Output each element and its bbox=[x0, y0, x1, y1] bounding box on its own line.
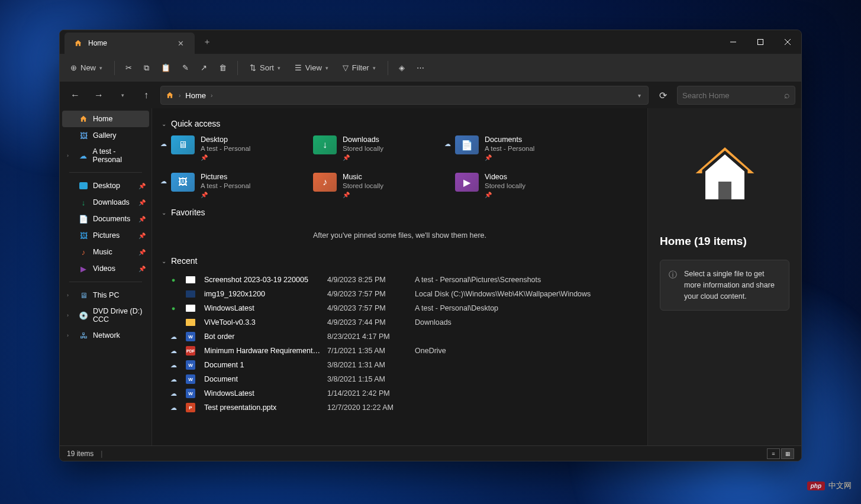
sidebar-item-gallery[interactable]: 🖼Gallery bbox=[60, 127, 151, 144]
tab-close-button[interactable]: ✕ bbox=[174, 37, 188, 50]
chevron-down-icon: ▾ bbox=[325, 65, 328, 71]
sidebar-item-network[interactable]: ›🖧Network bbox=[60, 327, 151, 344]
search-input[interactable] bbox=[682, 91, 784, 100]
recent-file-row[interactable]: ☁PDFMinimum Hardware Requirements fo...7… bbox=[162, 344, 638, 358]
view-icons-button[interactable]: ▦ bbox=[781, 448, 794, 459]
sidebar-item-documents[interactable]: 📄Documents📌 bbox=[60, 211, 151, 227]
file-date: 8/23/2021 4:17 PM bbox=[327, 332, 410, 341]
item-location: A test - Personal bbox=[201, 182, 250, 189]
share-button[interactable]: ↗ bbox=[196, 60, 212, 76]
paste-button[interactable]: 📋 bbox=[156, 60, 175, 76]
sidebar-item-this-pc[interactable]: ›🖥This PC bbox=[60, 287, 151, 303]
sidebar-item-home[interactable]: Home bbox=[62, 111, 149, 127]
view-button[interactable]: ☰ View ▾ bbox=[289, 60, 334, 76]
music-icon: ♪ bbox=[79, 247, 88, 257]
new-tab-button[interactable]: ＋ bbox=[195, 37, 220, 47]
minimize-button[interactable] bbox=[720, 30, 747, 54]
back-button[interactable]: ← bbox=[66, 86, 85, 105]
extra1-button[interactable]: ◈ bbox=[394, 60, 409, 76]
recent-file-row[interactable]: ☁PTest presentation.pptx12/7/2020 12:22 … bbox=[162, 400, 638, 415]
file-explorer-window: Home ✕ ＋ ⊕ New ▾ ✂ ⧉ 📋 ✎ ↗ 🗑 ⇅ Sort ▾ ☰ bbox=[59, 30, 802, 461]
recent-file-row[interactable]: ●WindowsLatest4/9/2023 7:57 PMA test - P… bbox=[162, 301, 638, 315]
sidebar-item-dvd-drive-d-ccc[interactable]: ›💿DVD Drive (D:) CCC bbox=[60, 303, 151, 327]
filter-button[interactable]: ▽ Filter ▾ bbox=[337, 60, 382, 76]
downloads-icon: ↓ bbox=[79, 198, 88, 207]
sidebar-item-downloads[interactable]: ↓Downloads📌 bbox=[60, 194, 151, 211]
address-dropdown[interactable]: ▾ bbox=[636, 90, 643, 101]
address-bar[interactable]: › Home › ▾ bbox=[160, 86, 649, 105]
file-name: ViVeTool-v0.3.3 bbox=[204, 318, 323, 327]
breadcrumb-separator: › bbox=[211, 92, 212, 99]
search-box[interactable]: ⌕ bbox=[677, 86, 795, 105]
trash-icon: 🗑 bbox=[219, 63, 227, 72]
pin-icon: 📌 bbox=[485, 192, 525, 198]
recent-file-row[interactable]: ☁WDocument3/8/2021 1:15 AM bbox=[162, 372, 638, 386]
sidebar-item-a-test-personal[interactable]: ›☁A test - Personal bbox=[60, 144, 151, 167]
section-title: Recent bbox=[171, 256, 197, 266]
quick-access-documents[interactable]: ☁📄DocumentsA test - Personal📌 bbox=[455, 135, 585, 161]
file-date: 3/8/2021 1:31 AM bbox=[327, 361, 410, 369]
cut-button[interactable]: ✂ bbox=[121, 60, 137, 76]
copy-button[interactable]: ⧉ bbox=[139, 60, 154, 76]
file-name: Minimum Hardware Requirements fo... bbox=[204, 347, 323, 355]
delete-button[interactable]: 🗑 bbox=[214, 60, 231, 76]
section-favorites[interactable]: ⌄ Favorites bbox=[162, 208, 638, 217]
sidebar-item-label: Network bbox=[93, 331, 120, 340]
section-recent[interactable]: ⌄ Recent bbox=[162, 256, 638, 266]
file-name: WindowsLatest bbox=[204, 304, 323, 312]
file-path: A test - Personal\Pictures\Screenshots bbox=[415, 276, 638, 284]
file-icon: P bbox=[185, 403, 196, 412]
recent-file-row[interactable]: ☁WDocument 13/8/2021 1:31 AM bbox=[162, 358, 638, 372]
quick-access-videos[interactable]: ▶VideosStored locally📌 bbox=[455, 173, 585, 198]
sidebar-item-pictures[interactable]: 🖼Pictures📌 bbox=[60, 227, 151, 244]
desktop-icon bbox=[79, 181, 88, 190]
file-icon: PDF bbox=[185, 346, 196, 356]
filter-icon: ▽ bbox=[343, 63, 349, 72]
quick-access-music[interactable]: ♪MusicStored locally📌 bbox=[313, 173, 443, 198]
recent-file-row[interactable]: ☁WBot order8/23/2021 4:17 PM bbox=[162, 329, 638, 344]
pin-icon: 📌 bbox=[343, 154, 383, 161]
info-icon: ⓘ bbox=[669, 269, 677, 302]
sort-button[interactable]: ⇅ Sort ▾ bbox=[244, 60, 286, 76]
send-icon: ◈ bbox=[399, 63, 405, 72]
pin-icon: 📌 bbox=[138, 266, 146, 272]
sidebar-item-desktop[interactable]: Desktop📌 bbox=[60, 177, 151, 194]
item-name: Music bbox=[343, 173, 383, 181]
rename-button[interactable]: ✎ bbox=[178, 60, 194, 76]
view-details-button[interactable]: ≡ bbox=[767, 448, 780, 459]
quick-access-downloads[interactable]: ↓DownloadsStored locally📌 bbox=[313, 135, 443, 161]
details-pane: Home (19 items) ⓘ Select a single file t… bbox=[647, 108, 801, 445]
refresh-button[interactable]: ⟳ bbox=[653, 86, 672, 105]
pin-icon: 📌 bbox=[485, 154, 534, 161]
new-button[interactable]: ⊕ New ▾ bbox=[65, 60, 108, 76]
recent-file-row[interactable]: ☁WWindowsLatest1/14/2021 2:42 PM bbox=[162, 386, 638, 400]
recent-file-row[interactable]: img19_1920x12004/9/2023 7:57 PMLocal Dis… bbox=[162, 287, 638, 301]
forward-button[interactable]: → bbox=[89, 86, 108, 105]
quick-access-desktop[interactable]: ☁🖥DesktopA test - Personal📌 bbox=[171, 135, 301, 161]
file-date: 4/9/2023 7:57 PM bbox=[327, 290, 410, 298]
quick-access-pictures[interactable]: ☁🖼PicturesA test - Personal📌 bbox=[171, 173, 301, 198]
file-date: 7/1/2021 1:35 AM bbox=[327, 347, 410, 355]
sidebar-item-music[interactable]: ♪Music📌 bbox=[60, 244, 151, 260]
up-button[interactable]: ↑ bbox=[137, 86, 156, 105]
tab-home[interactable]: Home ✕ bbox=[65, 33, 195, 54]
file-name: Bot order bbox=[204, 332, 323, 341]
pc-icon: 🖥 bbox=[79, 290, 88, 300]
sidebar-item-videos[interactable]: ▶Videos📌 bbox=[60, 260, 151, 277]
breadcrumb-separator: › bbox=[179, 92, 180, 99]
recent-locations-button[interactable]: ▾ bbox=[113, 86, 132, 105]
file-path: Local Disk (C:)\Windows\Web\4K\Wallpaper… bbox=[415, 290, 638, 298]
recent-file-row[interactable]: ViVeTool-v0.3.34/9/2023 7:44 PMDownloads bbox=[162, 315, 638, 329]
view-icon: ☰ bbox=[295, 63, 302, 72]
statusbar: 19 items | ≡ ▦ bbox=[60, 445, 801, 461]
pin-icon: 📌 bbox=[138, 199, 146, 206]
file-name: WindowsLatest bbox=[204, 389, 323, 398]
close-button[interactable] bbox=[774, 30, 801, 54]
more-button[interactable]: ⋯ bbox=[412, 60, 429, 76]
section-quick-access[interactable]: ⌄ Quick access bbox=[162, 119, 638, 128]
recent-file-row[interactable]: ●Screenshot 2023-03-19 2200054/9/2023 8:… bbox=[162, 273, 638, 287]
file-path: A test - Personal\Desktop bbox=[415, 304, 638, 312]
maximize-button[interactable] bbox=[747, 30, 774, 54]
chevron-down-icon: ▾ bbox=[99, 65, 102, 71]
item-location: A test - Personal bbox=[485, 145, 534, 152]
